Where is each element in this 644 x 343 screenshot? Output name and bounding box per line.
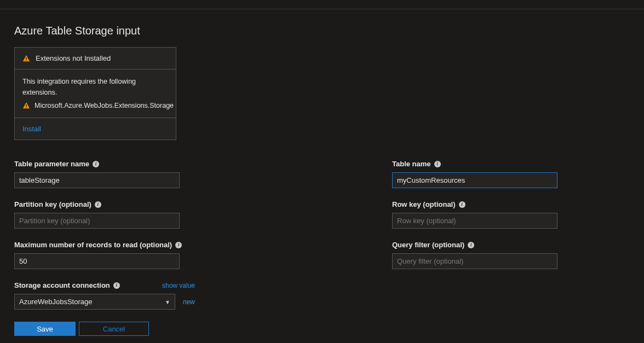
info-icon[interactable]: i	[468, 242, 474, 248]
storage-conn-select[interactable]: AzureWebJobsStorage ▼	[14, 294, 175, 310]
max-records-input[interactable]	[14, 253, 180, 269]
warning-icon	[22, 102, 30, 109]
show-value-link[interactable]: show value	[162, 282, 195, 289]
info-icon[interactable]: i	[95, 201, 101, 208]
left-column: Table parameter name i Partition key (op…	[14, 160, 195, 336]
row-key-label: Row key (optional)	[392, 200, 456, 208]
right-column: Table name i Row key (optional) i Query …	[392, 160, 557, 336]
row-key-input[interactable]	[392, 213, 557, 229]
query-filter-label: Query filter (optional)	[392, 241, 464, 249]
info-icon[interactable]: i	[93, 161, 99, 167]
install-link[interactable]: Install	[22, 125, 41, 133]
page-title: Azure Table Storage input	[14, 25, 630, 37]
extensions-header-text: Extensions not Installed	[36, 54, 111, 62]
storage-conn-selected: AzureWebJobsStorage	[19, 298, 92, 306]
partition-key-input[interactable]	[14, 213, 180, 229]
table-param-input[interactable]	[14, 172, 180, 188]
table-param-label: Table parameter name	[14, 160, 89, 168]
info-icon[interactable]: i	[113, 282, 120, 289]
extensions-body-text: This integration requires the following …	[22, 76, 168, 98]
info-icon[interactable]: i	[459, 201, 465, 208]
save-button[interactable]: Save	[14, 322, 76, 336]
table-name-label: Table name	[392, 160, 431, 168]
table-name-input[interactable]	[392, 172, 557, 188]
storage-conn-label: Storage account connection	[14, 281, 110, 289]
extensions-card: Extensions not Installed This integratio…	[14, 47, 176, 140]
cancel-button[interactable]: Cancel	[79, 322, 149, 336]
partition-key-label: Partition key (optional)	[14, 200, 91, 208]
query-filter-input[interactable]	[392, 253, 557, 269]
info-icon[interactable]: i	[434, 161, 441, 167]
extensions-header: Extensions not Installed	[15, 48, 176, 69]
new-link[interactable]: new	[183, 298, 195, 306]
extensions-body: This integration requires the following …	[15, 69, 176, 118]
max-records-label: Maximum number of records to read (optio…	[14, 241, 172, 249]
extensions-item: Microsoft.Azure.WebJobs.Extensions.Stora…	[34, 100, 174, 111]
warning-icon	[22, 55, 30, 62]
info-icon[interactable]: i	[175, 242, 182, 248]
chevron-down-icon: ▼	[165, 299, 170, 305]
